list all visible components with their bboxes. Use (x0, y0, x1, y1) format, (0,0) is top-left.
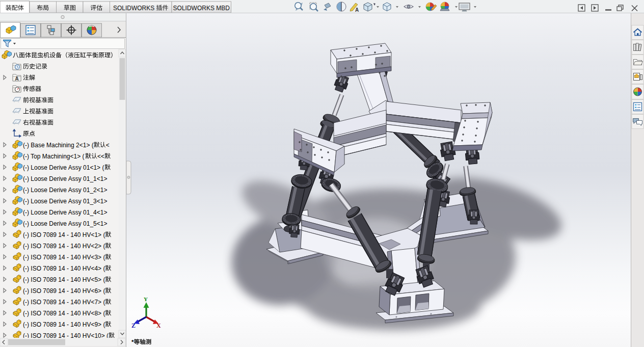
svg-text:Y: Y (144, 296, 148, 302)
svg-text:(-) Top Machining<1> (: (-) Top Machining<1> ( (23, 153, 85, 160)
svg-text:Z: Z (131, 322, 136, 329)
svg-text:A: A (355, 7, 359, 13)
svg-text:<: < (106, 142, 110, 149)
svg-text:(-) Loose Derive Assy 01_5<1>: (-) Loose Derive Assy 01_5<1> (23, 220, 107, 227)
svg-text:(-) ISO 7089 14 - 140 HV<3> (: (-) ISO 7089 14 - 140 HV<3> ( (23, 254, 105, 261)
svg-text:(-) ISO 7089 14 - 140 HV<5> (: (-) ISO 7089 14 - 140 HV<5> ( (23, 276, 105, 283)
svg-text:SOLIDWORKS: SOLIDWORKS (113, 5, 156, 12)
svg-text:A: A (15, 76, 19, 82)
svg-text:SOLIDWORKS MBD: SOLIDWORKS MBD (173, 5, 230, 12)
svg-text:(-) ISO 7089 14 - 140 HV<4> (: (-) ISO 7089 14 - 140 HV<4> ( (23, 265, 105, 272)
svg-text:(-) ISO 7089 14 - 140 HV<1> (: (-) ISO 7089 14 - 140 HV<1> ( (23, 231, 105, 238)
svg-text:(-) ISO 7089 14 - 140 HV<7> (: (-) ISO 7089 14 - 140 HV<7> ( (23, 299, 105, 306)
svg-text:(-) ISO 7089 14 - 140 HV<9> (: (-) ISO 7089 14 - 140 HV<9> ( (23, 321, 105, 328)
svg-text:(-) Loose Derive Assy 01_1<1>: (-) Loose Derive Assy 01_1<1> (23, 175, 107, 182)
svg-text:(-) Loose Derive Assy 01_4<1>: (-) Loose Derive Assy 01_4<1> (23, 209, 107, 216)
svg-text:(-) Loose Derive Assy 01<1> (: (-) Loose Derive Assy 01<1> ( (23, 164, 104, 171)
svg-text:*: * (131, 339, 134, 345)
svg-text:(-) ISO 7089 14 - 140 HV<2> (: (-) ISO 7089 14 - 140 HV<2> ( (23, 243, 105, 250)
svg-text:<<: << (97, 153, 104, 160)
svg-text:X: X (156, 322, 161, 329)
svg-text:(-) Loose Derive Assy 01_2<1>: (-) Loose Derive Assy 01_2<1> (23, 186, 107, 194)
svg-text:(-) ISO 7089 14 - 140 HV<6> (: (-) ISO 7089 14 - 140 HV<6> ( (23, 287, 105, 295)
svg-text:(-) Loose Derive Assy 01_3<1>: (-) Loose Derive Assy 01_3<1> (23, 198, 107, 205)
svg-text:(-) ISO 7089 14 - 140 HV<8> (: (-) ISO 7089 14 - 140 HV<8> ( (23, 310, 105, 317)
svg-text:(-) Base Machining 2<1> (: (-) Base Machining 2<1> ( (23, 142, 94, 149)
